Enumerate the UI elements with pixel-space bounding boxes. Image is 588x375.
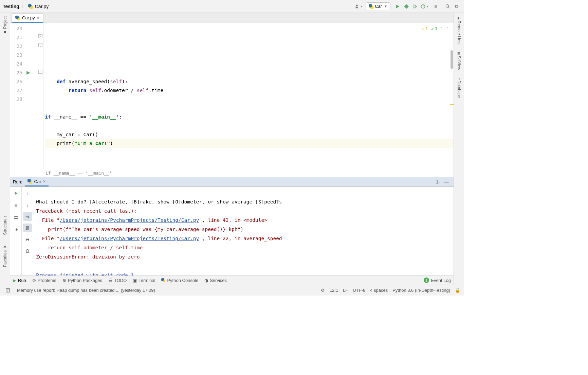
svg-rect-12 xyxy=(6,288,10,292)
layout-button[interactable] xyxy=(12,213,20,222)
settings-button[interactable] xyxy=(452,2,461,11)
run-toolbar-secondary: ↑ ↓ xyxy=(22,187,33,290)
breadcrumb[interactable]: Testing 〉 Car.py xyxy=(3,3,49,10)
line-separator[interactable]: LF xyxy=(343,288,348,293)
python-icon xyxy=(369,4,373,9)
tb-code: print(f"The car's average speed was {my_… xyxy=(36,227,243,232)
scroll-to-end-button[interactable] xyxy=(23,224,32,232)
file-encoding[interactable]: UTF-8 xyxy=(353,288,365,293)
terminal-tool-button[interactable]: ▣Terminal xyxy=(133,278,155,283)
python-file-icon xyxy=(15,16,20,20)
code-area[interactable]: ⚠1 ✔3 ˄ ˅ def average_speed(self): retur… xyxy=(43,23,454,169)
separator xyxy=(430,3,430,10)
minimize-button[interactable]: — xyxy=(442,178,451,186)
breadcrumb-context[interactable]: if __name__ == '__main__' xyxy=(45,171,112,176)
profile-button[interactable]: ▾ xyxy=(420,2,428,11)
stop-button[interactable] xyxy=(12,201,20,210)
run-tab-car[interactable]: Car × xyxy=(25,177,48,186)
run-title: Run: xyxy=(13,179,22,184)
tool-windows-toggle[interactable] xyxy=(3,286,12,295)
run-toolbar-left xyxy=(10,187,22,290)
services-tool-button[interactable]: ◑Services xyxy=(204,278,227,283)
svg-rect-6 xyxy=(15,204,17,207)
run-tool-window: Run: Car × — ↑ ↓ xyxy=(10,177,454,275)
caret-position[interactable]: 12:1 xyxy=(330,288,338,293)
chevron-down-icon[interactable]: ˅ xyxy=(446,24,448,33)
ok-indicator[interactable]: ✔3 xyxy=(431,24,437,33)
line-number-gutter: 202122232425262728 xyxy=(10,23,25,169)
pin-button[interactable] xyxy=(12,226,20,234)
svg-point-0 xyxy=(356,4,357,6)
console-output[interactable]: What should I do? [A]ccelerate, [B]rake,… xyxy=(33,187,454,290)
indent-info[interactable]: 4 spaces xyxy=(370,288,388,293)
chevron-down-icon: ▼ xyxy=(384,4,387,8)
fold-toggle[interactable]: − xyxy=(38,34,42,38)
navigation-bar: Testing 〉 Car.py ▾ Car ▼ ▾ xyxy=(0,0,464,13)
tb-file-link[interactable]: /Users/jetbrains/PycharmProjects/Testing… xyxy=(60,217,199,223)
run-tool-button[interactable]: ▶Run xyxy=(13,278,26,283)
tb-error: ZeroDivisionError: division by zero xyxy=(36,254,140,260)
editor-gutter[interactable]: − ⌞ ▶ − xyxy=(25,23,43,169)
editor-tab-label: Car.py xyxy=(22,15,35,20)
up-button[interactable]: ↑ xyxy=(23,189,32,198)
editor-breadcrumbs[interactable]: if __name__ == '__main__' xyxy=(10,169,454,177)
interpreter-info[interactable]: Python 3.6 (In-Depth-Testing) xyxy=(392,288,450,293)
chevron-up-icon[interactable]: ˄ xyxy=(441,24,443,33)
editor-tabs: Car.py × xyxy=(10,13,454,23)
python-packages-icon[interactable]: ⚙ xyxy=(321,288,325,293)
svg-point-4 xyxy=(446,4,449,7)
error-stripe-mark[interactable] xyxy=(450,104,454,105)
rerun-button[interactable] xyxy=(12,189,20,198)
left-tool-stripe: ■Project Structure⡇ Favorites★ xyxy=(0,13,10,285)
lock-icon[interactable]: 🔓 xyxy=(455,288,460,293)
svg-rect-11 xyxy=(26,240,28,241)
traceback-header: Traceback (most recent call last): xyxy=(36,208,137,214)
fold-toggle[interactable]: − xyxy=(38,70,42,74)
project-tool-button[interactable]: ■Project xyxy=(3,14,7,37)
close-icon[interactable]: × xyxy=(43,179,45,184)
breadcrumb-file[interactable]: Car.py xyxy=(35,4,49,9)
editor-tab-car[interactable]: Car.py × xyxy=(12,13,43,23)
debug-button[interactable] xyxy=(402,2,411,11)
breadcrumb-project[interactable]: Testing xyxy=(3,4,19,9)
todo-tool-button[interactable]: ☰TODO xyxy=(108,278,127,283)
tb-file-link[interactable]: /Users/jetbrains/PycharmProjects/Testing… xyxy=(60,236,199,241)
close-icon[interactable]: × xyxy=(37,15,40,21)
run-gutter-icon[interactable]: ▶ xyxy=(26,70,30,75)
down-button[interactable]: ↓ xyxy=(23,200,32,209)
run-button[interactable] xyxy=(393,2,402,11)
python-file-icon xyxy=(28,4,33,9)
fold-end[interactable]: ⌞ xyxy=(38,43,42,47)
python-packages-tool-button[interactable]: ≋Python Packages xyxy=(62,278,102,283)
svg-rect-7 xyxy=(14,216,18,217)
problems-tool-button[interactable]: ⊘Problems xyxy=(32,278,56,283)
right-tool-stripe: ≣Remote Host ⊞SciView ≡Database xyxy=(454,13,464,285)
structure-tool-button[interactable]: Structure⡇ xyxy=(3,213,7,237)
separator xyxy=(442,3,442,10)
remote-host-tool-button[interactable]: ≣Remote Host xyxy=(457,16,461,46)
svg-rect-8 xyxy=(14,218,18,219)
stop-button[interactable] xyxy=(431,2,440,11)
database-tool-button[interactable]: ≡Database xyxy=(457,76,461,100)
scrollbar-thumb[interactable] xyxy=(451,50,453,69)
soft-wrap-button[interactable] xyxy=(23,212,32,221)
console-prompt: What should I do? [A]ccelerate, [B]rake,… xyxy=(36,199,279,204)
add-user-icon[interactable]: ▾ xyxy=(354,2,363,11)
search-everywhere-button[interactable] xyxy=(443,2,452,11)
inspection-widget[interactable]: ⚠1 ✔3 ˄ ˅ xyxy=(422,24,448,33)
run-settings-button[interactable] xyxy=(433,178,442,186)
editor[interactable]: 202122232425262728 − ⌞ ▶ − ⚠1 ✔3 ˄ ˅ def… xyxy=(10,23,454,169)
run-coverage-button[interactable] xyxy=(411,2,420,11)
tb-line: File " xyxy=(36,217,60,223)
event-badge: 1 xyxy=(424,278,429,283)
delete-button[interactable] xyxy=(23,247,32,255)
status-message[interactable]: Memory use report: Heap dump has been cr… xyxy=(17,288,155,293)
event-log-tool-button[interactable]: 1Event Log xyxy=(424,278,451,283)
run-configuration-selector[interactable]: Car ▼ xyxy=(366,2,390,10)
print-button[interactable] xyxy=(23,235,32,244)
warning-indicator[interactable]: ⚠1 xyxy=(422,24,428,33)
python-console-tool-button[interactable]: Python Console xyxy=(161,278,198,283)
favorites-tool-button[interactable]: Favorites★ xyxy=(3,243,7,269)
python-icon xyxy=(27,179,32,184)
sciview-tool-button[interactable]: ⊞SciView xyxy=(457,51,461,71)
